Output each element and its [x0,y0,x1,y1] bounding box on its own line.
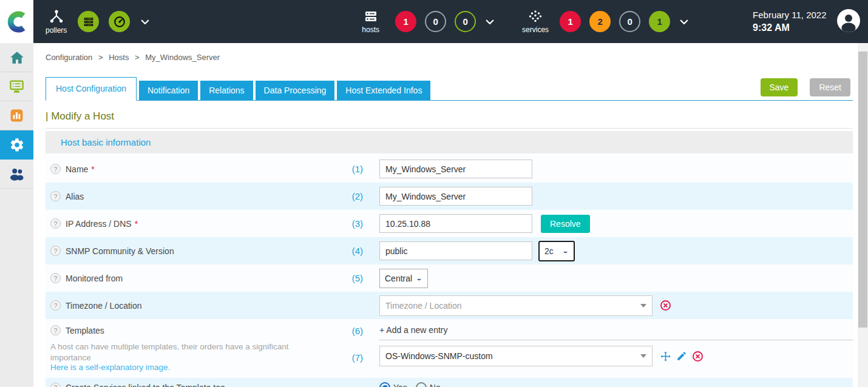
sidebar [0,43,33,387]
snmp-label: SNMP Community & Version [66,246,174,256]
breadcrumb-configuration[interactable]: Configuration [46,53,92,62]
pencil-icon [676,351,687,362]
gauge-icon [113,15,126,29]
add-template-entry-button[interactable]: + Add a new entry [379,323,853,340]
help-icon[interactable]: ? [50,191,61,201]
hosts-up-counter[interactable]: 0 [455,11,476,32]
help-icon[interactable]: ? [50,164,61,174]
services-warning-counter[interactable]: 2 [589,11,611,32]
sidebar-item-monitoring[interactable] [0,72,33,101]
reset-button[interactable]: Reset [810,78,850,96]
clock: February 11, 2022 9:32 AM [753,9,826,35]
pollers-label: pollers [46,26,67,35]
form-row-monitored-from: ? Monitored from (5) Central ⌄ [46,264,853,292]
radio-yes-label: Yes [393,383,407,387]
scrollbar-thumb[interactable] [858,52,867,328]
services-unknown-counter[interactable]: 0 [619,11,640,32]
create-services-label: Create Services linked to the Template t… [66,383,225,387]
field-number: (6) [330,323,363,340]
top-bar: pollers [0,0,868,43]
monitored-from-select[interactable]: Central ⌄ [379,269,428,288]
form-row-alias: ? Alias (2) [46,183,853,210]
poller-latency-button[interactable] [109,11,130,32]
hosts-unreachable-counter[interactable]: 0 [425,11,446,32]
pollers-expand-button[interactable] [140,16,151,27]
help-icon[interactable]: ? [50,383,61,387]
templates-help-link[interactable]: Here is a self-explanatory image. [50,363,330,372]
timezone-combobox[interactable] [379,295,653,316]
hosts-down-counter[interactable]: 1 [395,11,416,32]
help-icon[interactable]: ? [50,325,61,335]
timezone-label: Timezone / Location [66,301,142,311]
name-label: Name [66,164,88,174]
required-asterisk: * [135,219,138,229]
template-delete-button[interactable] [692,351,704,362]
breadcrumb-hosts[interactable]: Hosts [109,53,129,62]
hosts-icon [363,9,379,24]
help-icon[interactable]: ? [50,273,61,283]
form-row-snmp: ? SNMP Community & Version (4) 2c ⌄ [46,237,853,264]
hosts-menu[interactable]: hosts [362,9,379,34]
resolve-button[interactable]: Resolve [541,215,590,233]
help-icon[interactable]: ? [50,218,61,229]
template-combobox[interactable]: OS-Windows-SNMP-custom [379,346,653,366]
sidebar-item-administration[interactable] [0,160,33,189]
ip-address-input[interactable] [379,214,532,233]
ip-address-label: IP Address / DNS [66,219,132,229]
help-icon[interactable]: ? [50,300,61,311]
form-row-name: ? Name * (1) [46,155,853,183]
current-time: 9:32 AM [753,21,826,35]
pollers-menu[interactable]: pollers [46,8,67,35]
home-icon [9,50,25,66]
services-icon [528,9,543,24]
poller-list-button[interactable] [78,11,99,32]
sidebar-item-reporting[interactable] [0,101,33,130]
tab-relations[interactable]: Relations [200,81,253,100]
save-button[interactable]: Save [761,78,798,96]
services-expand-button[interactable] [679,16,690,27]
alias-label: Alias [66,192,84,201]
name-input[interactable] [379,160,532,178]
template-edit-button[interactable] [676,351,687,362]
main-content: Configuration > Hosts > My_Windows_Serve… [33,43,858,387]
radio-no-label: No [430,383,441,387]
timezone-clear-button[interactable] [660,300,671,311]
template-value: OS-Windows-SNMP-custom [385,351,640,361]
form-row-ip-address: ? IP Address / DNS * (3) Resolve [46,210,853,237]
timezone-input[interactable] [385,301,640,311]
field-number: (2) [330,191,363,201]
services-ok-counter[interactable]: 1 [649,11,670,32]
tab-host-configuration[interactable]: Host Configuration [46,77,137,101]
form-row-timezone: ? Timezone / Location [46,292,853,319]
field-number: (4) [330,246,363,256]
field-number: (7) [330,349,363,363]
tab-data-processing[interactable]: Data Processing [256,81,335,100]
snmp-version-select[interactable]: 2c ⌄ [538,241,575,261]
tab-host-extended-infos[interactable]: Host Extended Infos [337,81,430,100]
sidebar-item-home[interactable] [0,43,33,72]
gear-icon [9,137,25,153]
help-icon[interactable]: ? [50,246,61,256]
services-critical-counter[interactable]: 1 [560,11,581,32]
breadcrumb-separator: > [135,53,140,62]
chevron-down-icon [679,16,690,27]
chevron-down-icon [484,16,495,27]
user-menu-button[interactable] [836,8,861,35]
dropdown-caret-icon [640,354,646,358]
template-move-button[interactable] [660,351,671,362]
radio-yes[interactable] [379,382,390,387]
centreon-logo[interactable] [0,0,33,43]
breadcrumb-current: My_Windows_Server [145,53,220,62]
tab-notification[interactable]: Notification [139,81,198,100]
snmp-community-input[interactable] [379,241,532,260]
alias-input[interactable] [379,187,532,206]
hosts-expand-button[interactable] [484,16,495,27]
current-date: February 11, 2022 [753,9,826,21]
users-icon [8,166,25,182]
field-number: (5) [330,273,363,283]
services-menu[interactable]: services [522,9,549,34]
breadcrumb-separator: > [98,53,103,62]
vertical-scrollbar[interactable] [858,43,868,387]
sidebar-item-configuration[interactable] [0,130,33,160]
radio-no[interactable] [416,382,427,387]
